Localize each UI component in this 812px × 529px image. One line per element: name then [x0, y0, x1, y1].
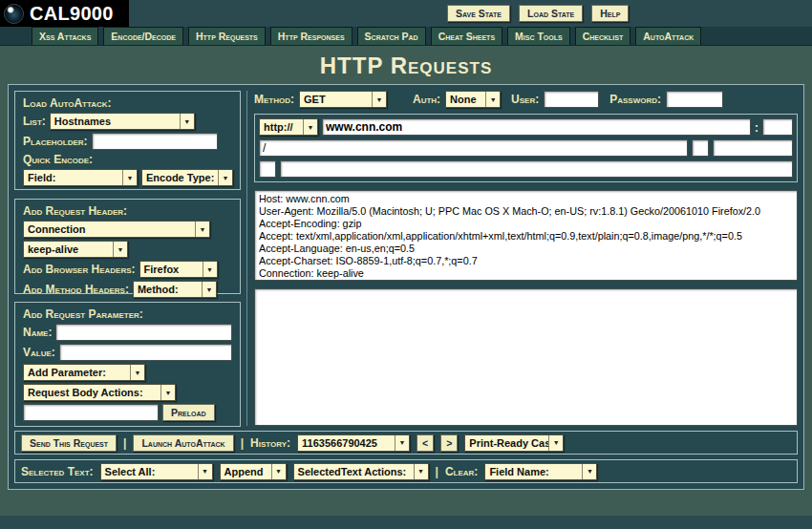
- list-select[interactable]: Hostnames ▼: [50, 113, 195, 130]
- save-state-button[interactable]: Save State: [447, 5, 510, 22]
- param-name-input[interactable]: [55, 324, 232, 341]
- add-parameter-select[interactable]: Add Parameter: ▼: [23, 364, 145, 381]
- header-value-select-value: keep-alive: [24, 243, 113, 255]
- fragment-separator-input[interactable]: [259, 160, 276, 178]
- selected-text-label: Selected Text:: [21, 465, 94, 478]
- history-select[interactable]: 1163566790425 ▼: [297, 434, 410, 452]
- clear-select[interactable]: Field Name: ▼: [484, 463, 597, 480]
- main-row: Load AutoAttack: List: Hostnames ▼ Place…: [14, 91, 798, 426]
- top-bar: CAL9000 Save State Load State Help: [0, 0, 812, 27]
- dropdown-arrow-icon: ▼: [548, 435, 563, 451]
- body-actions-row: Request Body Actions: ▼: [23, 384, 232, 401]
- append-select[interactable]: Append ▼: [220, 463, 287, 480]
- quick-encode-row: Field: ▼ Encode Type: ▼: [23, 169, 232, 186]
- hal-eye-icon: [4, 4, 24, 24]
- tab-scratch-pad[interactable]: Scratch Pad: [357, 27, 426, 45]
- history-next-button[interactable]: >: [440, 434, 458, 452]
- user-label: User:: [511, 93, 539, 106]
- protocol-select-value: http://: [260, 121, 303, 133]
- preload-button[interactable]: Preload: [162, 404, 215, 421]
- select-all-select-value: Select All:: [101, 466, 198, 477]
- method-label: Method:: [254, 93, 294, 106]
- param-value-input[interactable]: [59, 344, 232, 361]
- tab-encode-decode[interactable]: Encode/Decode: [103, 27, 183, 45]
- url-row-path: [259, 139, 793, 157]
- query-input[interactable]: [713, 139, 793, 157]
- user-input[interactable]: [544, 91, 599, 108]
- load-autoattack-panel: Load AutoAttack: List: Hostnames ▼ Place…: [14, 91, 241, 190]
- cal9000-app: CAL9000 Save State Load State Help Xss A…: [0, 0, 812, 516]
- query-separator-input[interactable]: [692, 139, 709, 157]
- password-input[interactable]: [666, 91, 723, 108]
- placeholder-label: Placeholder:: [23, 135, 88, 148]
- request-headers-textarea[interactable]: Host: www.cnn.com User-Agent: Mozilla/5.…: [254, 190, 798, 281]
- history-prev-button[interactable]: <: [417, 434, 434, 452]
- host-input[interactable]: [322, 118, 751, 136]
- help-button[interactable]: Help: [591, 5, 629, 22]
- header-value-select[interactable]: keep-alive ▼: [23, 241, 128, 258]
- append-select-value: Append: [221, 466, 271, 477]
- launch-autoattack-button[interactable]: Launch AutoAttack: [133, 434, 233, 452]
- preload-row: Preload: [23, 404, 232, 421]
- dropdown-arrow-icon: ▼: [303, 119, 317, 135]
- autoattack-heading: Load AutoAttack:: [23, 96, 232, 110]
- dropdown-arrow-icon: ▼: [203, 262, 217, 277]
- path-input[interactable]: [259, 139, 688, 157]
- add-request-header-panel: Add Request Header: Connection ▼ keep-al…: [14, 199, 241, 294]
- placeholder-row: Placeholder:: [23, 133, 232, 150]
- tab-autoattack[interactable]: AutoAttack: [635, 27, 701, 45]
- dropdown-arrow-icon: ▼: [202, 282, 216, 297]
- page-title: HTTP Requests: [0, 46, 812, 84]
- print-ready-select[interactable]: Print-Ready Case ▼: [464, 434, 564, 452]
- dropdown-arrow-icon: ▼: [122, 170, 137, 185]
- password-label: Password:: [609, 93, 661, 106]
- encode-type-select[interactable]: Encode Type: ▼: [141, 169, 233, 186]
- tab-xss-attacks[interactable]: Xss Attacks: [32, 27, 98, 45]
- add-method-headers-label: Add Method Headers:: [23, 283, 129, 296]
- port-input[interactable]: [762, 118, 793, 136]
- list-row: List: Hostnames ▼: [23, 113, 232, 130]
- add-request-parameter-panel: Add Request Parameter: Name: Value: Add …: [14, 302, 241, 427]
- field-select[interactable]: Field: ▼: [23, 169, 138, 186]
- fragment-input[interactable]: [280, 160, 793, 178]
- list-select-value: Hostnames: [51, 116, 180, 127]
- send-request-button[interactable]: Send This Request: [21, 434, 117, 452]
- tab-cheat-sheets[interactable]: Cheat Sheets: [431, 27, 502, 45]
- tab-http-responses[interactable]: Http Responses: [270, 27, 353, 45]
- dropdown-arrow-icon: ▼: [130, 365, 144, 380]
- content-band: HTTP Requests Load AutoAttack: List: Hos…: [0, 46, 812, 516]
- placeholder-input[interactable]: [92, 133, 218, 150]
- list-label: List:: [23, 115, 46, 128]
- selectedtext-actions-select-value: SelectedText Actions:: [294, 466, 414, 477]
- method-headers-row: Add Method Headers: Method: ▼: [23, 281, 232, 298]
- request-body-actions-select-value: Request Body Actions:: [24, 387, 160, 398]
- auth-select[interactable]: None ▼: [445, 91, 501, 108]
- preload-input[interactable]: [23, 404, 159, 421]
- encode-type-select-value: Encode Type:: [142, 172, 218, 183]
- method-select[interactable]: GET ▼: [299, 91, 387, 108]
- header-name-select-value: Connection: [24, 223, 195, 235]
- browser-select[interactable]: Firefox ▼: [139, 261, 218, 278]
- tab-http-requests[interactable]: Http Requests: [188, 27, 266, 45]
- header-name-select[interactable]: Connection ▼: [23, 221, 210, 238]
- method-headers-select[interactable]: Method: ▼: [133, 281, 217, 298]
- tab-checklist[interactable]: Checklist: [575, 27, 631, 45]
- request-line: Method: GET ▼ Auth: None ▼ User: Passwor…: [254, 91, 798, 108]
- request-body-textarea[interactable]: [254, 288, 798, 426]
- url-builder: http:// ▼ :: [254, 114, 798, 182]
- select-all-select[interactable]: Select All: ▼: [100, 463, 213, 480]
- dropdown-arrow-icon: ▼: [372, 92, 386, 107]
- dropdown-arrow-icon: ▼: [218, 170, 232, 185]
- selectedtext-actions-select[interactable]: SelectedText Actions: ▼: [293, 463, 429, 480]
- port-separator: :: [755, 120, 759, 135]
- request-body-actions-select[interactable]: Request Body Actions: ▼: [23, 384, 176, 401]
- add-parameter-row: Add Parameter: ▼: [23, 364, 232, 381]
- state-buttons: Save State Load State Help: [447, 5, 629, 22]
- load-state-button[interactable]: Load State: [519, 5, 583, 22]
- browser-headers-row: Add Browser Headers: Firefox ▼: [23, 261, 232, 278]
- main-container: Load AutoAttack: List: Hostnames ▼ Place…: [8, 84, 804, 490]
- protocol-select[interactable]: http:// ▼: [259, 118, 318, 136]
- quick-encode-heading: Quick Encode:: [23, 153, 232, 166]
- dropdown-arrow-icon: ▼: [485, 92, 500, 107]
- tab-misc-tools[interactable]: Misc Tools: [507, 27, 570, 45]
